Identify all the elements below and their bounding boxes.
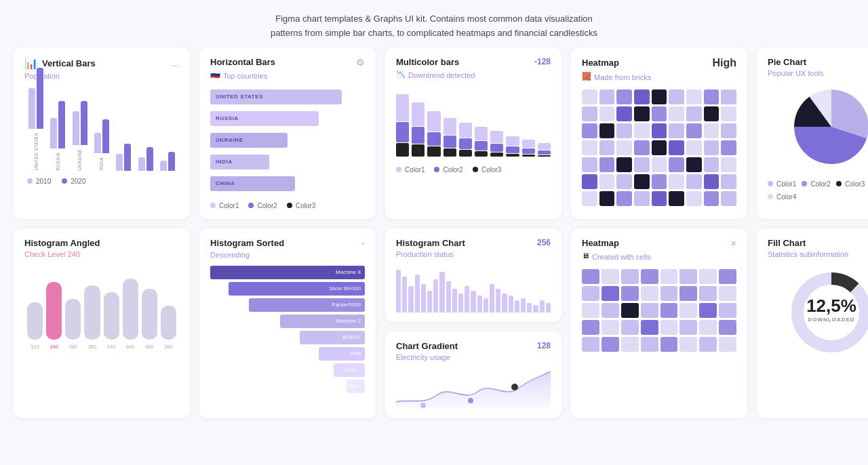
hist-small-bar bbox=[452, 289, 457, 312]
heatmap-cell bbox=[582, 140, 597, 155]
mcbar-segment bbox=[490, 153, 503, 157]
hsorted-bar-label: Packer5000 bbox=[332, 302, 361, 308]
downtrend-icon: 📉 bbox=[396, 70, 406, 79]
mcbar-segment bbox=[475, 127, 488, 140]
hsorted-bar-label: Machine 2 bbox=[336, 318, 361, 324]
mcbar-segment bbox=[490, 131, 503, 143]
angled-bar bbox=[27, 302, 43, 340]
hist-small-bar bbox=[546, 303, 551, 312]
histogram-angled-chart bbox=[24, 272, 179, 340]
angled-label: 480 bbox=[142, 344, 157, 350]
mcbar-segment bbox=[412, 102, 425, 126]
close-icon[interactable]: × bbox=[731, 238, 736, 249]
angled-label: 360 bbox=[84, 344, 100, 350]
pie-dot-4 bbox=[768, 194, 773, 199]
pie-svg bbox=[777, 83, 868, 178]
vbar-label: RUSSIA bbox=[56, 153, 60, 171]
hist-small-bar bbox=[465, 286, 469, 312]
heatmap-cell bbox=[721, 123, 736, 138]
heatmap2-cell bbox=[719, 286, 736, 301]
heatmap2-cell bbox=[699, 337, 717, 352]
heatmap-cell bbox=[686, 140, 702, 155]
gear-icon[interactable]: ⚙ bbox=[356, 57, 365, 68]
heatmap-cell bbox=[669, 106, 684, 121]
multicolor-bars-title: Multicolor bars bbox=[396, 57, 459, 67]
hist-small-bar bbox=[402, 277, 407, 312]
hbar-legend-label-3: Color3 bbox=[296, 202, 315, 209]
vbar-label: INDIA bbox=[99, 157, 104, 170]
heatmap2-cell bbox=[699, 303, 717, 318]
vertical-bars-menu[interactable]: ... bbox=[171, 58, 179, 68]
heatmap-cell bbox=[686, 191, 702, 206]
heatmap2-cell bbox=[641, 303, 658, 318]
heatmap2-cell bbox=[582, 337, 599, 352]
mcbar-stack bbox=[506, 136, 519, 157]
mcbar-segment bbox=[427, 111, 440, 132]
heatmap-cell bbox=[634, 106, 650, 121]
vertical-bars-legend: 2010 2020 bbox=[24, 178, 179, 185]
mcbar-segment bbox=[538, 155, 551, 157]
mcbar-legend-dot-2 bbox=[434, 167, 439, 172]
mcbar-segment bbox=[427, 132, 440, 146]
heatmap2-cell bbox=[601, 286, 619, 301]
heatmap-cell bbox=[704, 123, 719, 138]
heatmap2-cell bbox=[601, 303, 619, 318]
screen-icon: 🖥 bbox=[582, 251, 589, 260]
mcbar-segment bbox=[396, 122, 409, 142]
hbar-legend-1: Color1 bbox=[210, 202, 239, 209]
heatmap1-subtitle: Made from bricks bbox=[594, 73, 651, 81]
flag-icon: 🇷🇺 bbox=[210, 70, 220, 79]
pie-legend-1: Color1 bbox=[768, 180, 796, 188]
header: Figma chart templates & Graphs UI kit. C… bbox=[0, 0, 868, 47]
heatmap-cell bbox=[686, 106, 702, 121]
heatmap2-cell bbox=[601, 337, 619, 352]
heatmap2-cell bbox=[641, 320, 658, 335]
multicolor-bars-badge: -128 bbox=[534, 57, 551, 66]
mcbar-stack bbox=[443, 118, 456, 157]
heatmap-cell bbox=[652, 191, 667, 206]
mcbar-segment bbox=[427, 146, 440, 157]
hist-small-bar bbox=[527, 303, 532, 312]
pie-dot-2 bbox=[802, 181, 807, 186]
heatmap1-card: Heatmap High 🧱 Made from bricks bbox=[571, 47, 747, 219]
heatmap-cell bbox=[616, 174, 632, 189]
mcbar-segment bbox=[459, 123, 472, 138]
angled-label: 440 bbox=[104, 344, 119, 350]
hist-small-bar bbox=[421, 284, 426, 312]
mcbar-segment bbox=[443, 148, 456, 157]
heatmap2-grid bbox=[582, 269, 736, 352]
mcbar-segment bbox=[506, 136, 519, 146]
mcbar-legend-label-2: Color2 bbox=[443, 166, 462, 174]
heatmap-cell bbox=[582, 191, 597, 206]
heatmap2-cell bbox=[601, 320, 619, 335]
heatmap2-cell bbox=[699, 286, 717, 301]
mcbar-stack bbox=[459, 123, 472, 157]
fill-label: DOWNLOADED bbox=[806, 317, 856, 323]
hsorted-bar-label: BOBST bbox=[342, 334, 361, 340]
angled-label: 512 bbox=[27, 344, 43, 350]
heatmap2-card: Heatmap × 🖥 Created with cells bbox=[571, 228, 747, 418]
hist-small-bar bbox=[502, 294, 507, 312]
heatmap-cell bbox=[634, 140, 650, 155]
angled-bar bbox=[123, 279, 138, 340]
vertical-bars-subtitle: Population bbox=[24, 72, 179, 80]
chart-gradient-title: Chart Gradient bbox=[396, 341, 458, 351]
mcbar-segment bbox=[412, 144, 425, 157]
heatmap2-cell bbox=[621, 320, 639, 335]
vbar-group bbox=[115, 144, 132, 171]
histogram-sorted-dash[interactable]: - bbox=[361, 238, 365, 249]
heatmap2-subtitle: Created with cells bbox=[592, 253, 651, 261]
heatmap-cell bbox=[599, 174, 615, 189]
vbar-2020 bbox=[168, 152, 175, 171]
mcbar-legend-2: Color2 bbox=[434, 166, 462, 174]
heatmap2-cell bbox=[621, 337, 639, 352]
angled-label: 640 bbox=[123, 344, 138, 350]
legend-2020: 2020 bbox=[62, 178, 85, 185]
histogram-chart-card: Histogram Chart 256 Production status bbox=[385, 228, 561, 322]
vbar-2010 bbox=[160, 161, 167, 171]
heatmap2-cell bbox=[621, 286, 639, 301]
mcbar-segment bbox=[506, 146, 519, 153]
hsorted-bar: PH8 bbox=[319, 347, 365, 361]
heatmap-cell bbox=[721, 89, 736, 104]
heatmap-cell bbox=[686, 174, 702, 189]
